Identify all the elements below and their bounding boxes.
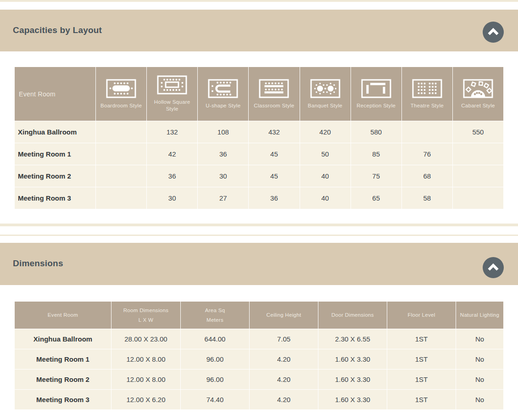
column-header-label: Hollow Square Style	[147, 99, 197, 112]
value-cell: 36	[249, 187, 300, 209]
value-cell: 40	[300, 165, 351, 187]
value-cell: 420	[300, 121, 351, 143]
column-header-natural-lighting: Natural Lighting	[456, 302, 504, 329]
value-cell: 30	[198, 165, 249, 187]
value-cell: 74.40	[181, 390, 250, 410]
column-header-hollow-square: Hollow Square Style	[147, 67, 198, 121]
column-header-u-shape: U-shape Style	[198, 67, 249, 121]
value-cell: 76	[401, 143, 452, 165]
column-header-label: Boardroom Style	[98, 102, 144, 109]
column-header-event-room: Event Room	[15, 67, 96, 121]
chevron-up-icon	[483, 22, 504, 43]
value-cell: 1.60 X 3.30	[318, 349, 387, 370]
value-cell: 644.00	[181, 329, 250, 349]
chevron-up-icon	[483, 257, 504, 278]
value-cell: 45	[249, 165, 300, 187]
value-cell: 75	[351, 165, 401, 187]
value-cell: 1ST	[387, 329, 456, 349]
table-row: Meeting Room 312.00 X 6.2074.404.201.60 …	[15, 390, 504, 410]
collapse-dimensions-button[interactable]	[483, 257, 504, 278]
column-header-cabaret: Cabaret Style	[452, 67, 503, 121]
column-header-classroom: Classroom Style	[249, 67, 300, 121]
room-name-cell: Meeting Room 3	[15, 390, 111, 410]
value-cell: 36	[198, 143, 249, 165]
column-header-event-room: Event Room	[15, 302, 111, 329]
value-cell: 132	[147, 121, 198, 143]
value-cell: 4.20	[250, 390, 318, 410]
value-cell: 108	[198, 121, 249, 143]
column-header-reception: Reception Style	[351, 67, 401, 121]
value-cell: 2.30 X 6.55	[318, 329, 387, 349]
value-cell: 40	[300, 187, 351, 209]
value-cell: 85	[351, 143, 401, 165]
column-header-label: U-shape Style	[203, 102, 243, 109]
room-name-cell: Meeting Room 1	[15, 143, 96, 165]
value-cell: No	[456, 349, 504, 370]
boardroom-style-icon	[106, 79, 136, 98]
column-header-label: Reception Style	[354, 102, 398, 109]
column-header-area-sq-meters: Area Sq Meters	[181, 302, 250, 329]
value-cell	[452, 165, 503, 187]
column-header-label: Theatre Style	[408, 102, 446, 109]
value-cell: 1.60 X 3.30	[318, 370, 387, 390]
capacities-header-row: Event Room Boardroom Style	[15, 67, 504, 121]
value-cell: 50	[300, 143, 351, 165]
column-header-banquet: Banquet Style	[300, 67, 351, 121]
dimensions-table: Event Room Room Dimensions L X W Area Sq…	[14, 301, 504, 410]
value-cell: 4.20	[250, 370, 318, 390]
value-cell: 432	[249, 121, 300, 143]
column-header-room-dimensions: Room Dimensions L X W	[111, 302, 181, 329]
reception-style-icon	[361, 79, 391, 98]
value-cell: 550	[452, 121, 503, 143]
value-cell: 28.00 X 23.00	[111, 329, 181, 349]
classroom-style-icon	[259, 79, 289, 98]
value-cell: 12.00 X 8.00	[111, 370, 181, 390]
collapse-capacities-button[interactable]	[483, 22, 504, 43]
value-cell: 580	[351, 121, 401, 143]
value-cell: 36	[147, 165, 198, 187]
value-cell: 12.00 X 6.20	[111, 390, 181, 410]
table-row: Meeting Room 2363045407568	[15, 165, 504, 187]
theatre-style-icon	[412, 79, 442, 98]
room-name-cell: Meeting Room 3	[15, 187, 96, 209]
table-row: Xinghua Ballroom28.00 X 23.00644.007.052…	[15, 329, 504, 349]
value-cell	[452, 143, 503, 165]
value-cell: No	[456, 390, 504, 410]
value-cell	[96, 187, 147, 209]
value-cell	[401, 121, 452, 143]
room-name-cell: Xinghua Ballroom	[15, 121, 96, 143]
value-cell: 1ST	[387, 370, 456, 390]
dimensions-section-header: Dimensions	[0, 243, 518, 285]
capacities-table: Event Room Boardroom Style	[14, 67, 504, 209]
value-cell: 12.00 X 8.00	[111, 349, 181, 370]
column-header-theatre: Theatre Style	[401, 67, 452, 121]
dimensions-section-title: Dimensions	[13, 258, 63, 269]
u-shape-style-icon	[208, 79, 238, 98]
banquet-style-icon	[310, 79, 340, 98]
room-name-cell: Meeting Room 2	[15, 165, 96, 187]
value-cell: 42	[147, 143, 198, 165]
value-cell: 68	[401, 165, 452, 187]
value-cell	[96, 121, 147, 143]
capacities-section-header: Capacities by Layout	[0, 10, 518, 51]
dimensions-header-row: Event Room Room Dimensions L X W Area Sq…	[15, 302, 504, 329]
value-cell: 96.00	[181, 370, 250, 390]
hollow-square-style-icon	[157, 75, 187, 95]
room-name-cell: Meeting Room 2	[15, 370, 111, 390]
table-row: Meeting Room 1423645508576	[15, 143, 504, 165]
table-row: Xinghua Ballroom132108432420580550	[15, 121, 504, 143]
column-header-label: Banquet Style	[306, 102, 345, 109]
value-cell: 30	[147, 187, 198, 209]
table-row: Meeting Room 112.00 X 8.0096.004.201.60 …	[15, 349, 504, 370]
column-header-label: Cabaret Style	[459, 102, 497, 109]
column-header-ceiling-height: Ceiling Height	[250, 302, 318, 329]
capacities-section-title: Capacities by Layout	[13, 25, 102, 35]
table-row: Meeting Room 3302736406558	[15, 187, 504, 209]
column-header-boardroom: Boardroom Style	[96, 67, 147, 121]
room-name-cell: Xinghua Ballroom	[15, 329, 111, 349]
value-cell: 4.20	[250, 349, 318, 370]
value-cell: 58	[401, 187, 452, 209]
room-name-cell: Meeting Room 1	[15, 349, 111, 370]
value-cell: 65	[351, 187, 401, 209]
table-row: Meeting Room 212.00 X 8.0096.004.201.60 …	[15, 370, 504, 390]
